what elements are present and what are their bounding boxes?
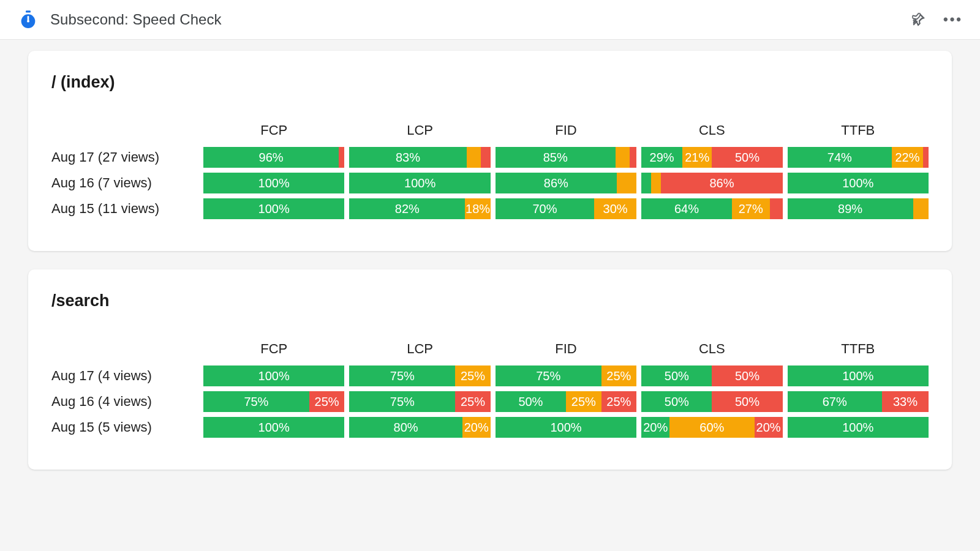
segment-poor xyxy=(923,147,929,168)
row-label: Aug 15 (11 views) xyxy=(51,201,198,217)
segment-warn: 21% xyxy=(682,147,712,168)
segment-good: 75% xyxy=(203,391,309,412)
segment-warn: 30% xyxy=(594,198,636,219)
data-row: Aug 15 (11 views)100%82%18%70%30%64%27%8… xyxy=(51,198,929,219)
column-header: CLS xyxy=(641,341,782,365)
metric-bar[interactable]: 100% xyxy=(788,417,929,438)
segment-good: 100% xyxy=(203,365,344,386)
segment-poor: 25% xyxy=(455,391,491,412)
pin-button[interactable] xyxy=(909,10,929,29)
metric-bar[interactable]: 89% xyxy=(788,198,929,219)
header-actions: ••• xyxy=(909,10,963,29)
metric-bar[interactable]: 85% xyxy=(496,147,636,168)
segment-good: 100% xyxy=(788,417,929,438)
data-row: Aug 17 (27 views)96%83%85%29%21%50%74%22… xyxy=(51,147,929,168)
metric-bar[interactable]: 82%18% xyxy=(349,198,490,219)
segment-good: 29% xyxy=(641,147,682,168)
metric-bar[interactable]: 100% xyxy=(203,173,344,193)
metric-bar[interactable]: 70%30% xyxy=(496,198,636,219)
segment-good: 70% xyxy=(496,198,594,219)
data-row: Aug 16 (7 views)100%100%86%86%100% xyxy=(51,173,929,193)
segment-warn: 22% xyxy=(892,147,923,168)
segment-good: 75% xyxy=(349,391,455,412)
segment-good: 100% xyxy=(203,198,344,219)
metrics-grid: FCPLCPFIDCLSTTFBAug 17 (27 views)96%83%8… xyxy=(51,122,929,219)
column-header: FCP xyxy=(203,122,344,147)
segment-warn: 27% xyxy=(732,198,770,219)
segment-good: 82% xyxy=(349,198,465,219)
svg-rect-0 xyxy=(26,10,31,12)
more-options-button[interactable]: ••• xyxy=(943,10,963,29)
column-header: TTFB xyxy=(788,341,929,365)
metric-bar[interactable]: 96% xyxy=(203,147,344,168)
metric-bar[interactable]: 20%60%20% xyxy=(641,417,782,438)
segment-warn xyxy=(913,198,929,219)
segment-good: 100% xyxy=(788,173,929,193)
segment-good: 86% xyxy=(496,173,617,193)
metric-bar[interactable]: 50%50% xyxy=(641,391,782,412)
segment-good: 89% xyxy=(788,198,913,219)
segment-good: 85% xyxy=(496,147,616,168)
segment-poor: 20% xyxy=(755,417,783,438)
metric-bar[interactable]: 100% xyxy=(349,173,490,193)
metric-bar[interactable]: 75%25% xyxy=(349,391,490,412)
segment-good: 50% xyxy=(641,365,712,386)
metric-bar[interactable]: 100% xyxy=(788,173,929,193)
metric-bar[interactable]: 100% xyxy=(203,198,344,219)
segment-poor xyxy=(339,147,344,168)
segment-good: 80% xyxy=(349,417,462,438)
metric-card: / (index)FCPLCPFIDCLSTTFBAug 17 (27 view… xyxy=(28,51,952,251)
metric-bar[interactable]: 75%25% xyxy=(349,365,490,386)
segment-good: 64% xyxy=(641,198,731,219)
metric-bar[interactable]: 80%20% xyxy=(349,417,490,438)
segment-poor: 25% xyxy=(309,391,345,412)
segment-poor: 25% xyxy=(601,391,637,412)
segment-poor: 50% xyxy=(712,365,782,386)
column-header: LCP xyxy=(349,341,490,365)
metrics-header-row: FCPLCPFIDCLSTTFB xyxy=(51,341,929,365)
row-label: Aug 16 (4 views) xyxy=(51,394,198,410)
segment-warn: 18% xyxy=(465,198,490,219)
metric-bar[interactable]: 64%27% xyxy=(641,198,782,219)
column-header: FID xyxy=(496,341,636,365)
segment-warn xyxy=(617,173,636,193)
column-header: LCP xyxy=(349,122,490,147)
stopwatch-icon xyxy=(17,9,39,31)
metrics-grid: FCPLCPFIDCLSTTFBAug 17 (4 views)100%75%2… xyxy=(51,341,929,438)
metric-bar[interactable]: 86% xyxy=(496,173,636,193)
segment-warn xyxy=(616,147,630,168)
segment-poor: 86% xyxy=(661,173,782,193)
metric-bar[interactable]: 100% xyxy=(496,417,636,438)
segment-poor: 33% xyxy=(882,391,929,412)
metric-bar[interactable]: 50%25%25% xyxy=(496,391,636,412)
metric-bar[interactable]: 75%25% xyxy=(203,391,344,412)
row-label: Aug 17 (27 views) xyxy=(51,149,198,165)
card-title: /search xyxy=(51,291,929,310)
metric-bar[interactable]: 100% xyxy=(203,365,344,386)
metric-bar[interactable]: 100% xyxy=(788,365,929,386)
segment-good xyxy=(641,173,651,193)
column-header: FID xyxy=(496,122,636,147)
metric-bar[interactable]: 83% xyxy=(349,147,490,168)
metric-bar[interactable]: 75%25% xyxy=(496,365,636,386)
metric-bar[interactable]: 29%21%50% xyxy=(641,147,782,168)
segment-good: 74% xyxy=(788,147,892,168)
metric-bar[interactable]: 67%33% xyxy=(788,391,929,412)
row-label: Aug 16 (7 views) xyxy=(51,175,198,191)
more-horizontal-icon: ••• xyxy=(943,12,963,28)
metric-bar[interactable]: 50%50% xyxy=(641,365,782,386)
metric-bar[interactable]: 74%22% xyxy=(788,147,929,168)
segment-good: 83% xyxy=(349,147,466,168)
data-row: Aug 15 (5 views)100%80%20%100%20%60%20%1… xyxy=(51,417,929,438)
metric-bar[interactable]: 86% xyxy=(641,173,782,193)
column-header: CLS xyxy=(641,122,782,147)
segment-warn: 20% xyxy=(462,417,491,438)
metrics-header-row: FCPLCPFIDCLSTTFB xyxy=(51,122,929,147)
segment-warn: 25% xyxy=(566,391,601,412)
segment-good: 75% xyxy=(496,365,601,386)
segment-good: 100% xyxy=(203,417,344,438)
segment-good: 20% xyxy=(641,417,669,438)
metric-bar[interactable]: 100% xyxy=(203,417,344,438)
segment-good: 50% xyxy=(641,391,712,412)
segment-good: 96% xyxy=(203,147,339,168)
